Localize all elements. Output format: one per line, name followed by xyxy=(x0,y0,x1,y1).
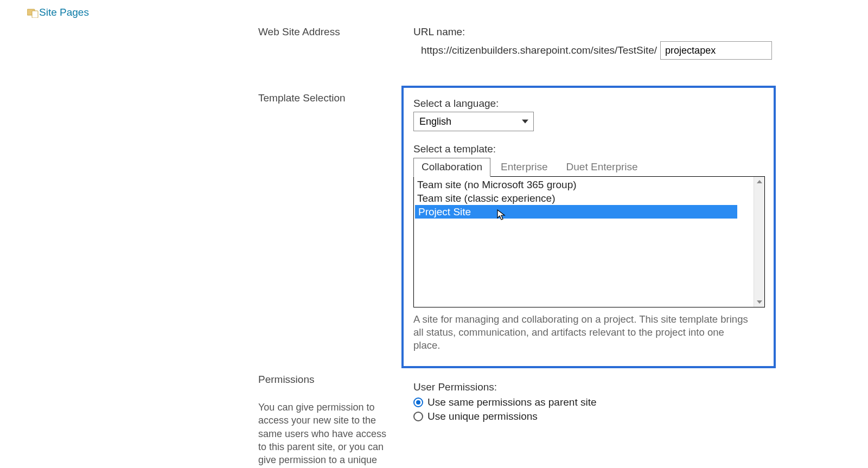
scrollbar[interactable] xyxy=(754,177,764,307)
tab-duet-enterprise[interactable]: Duet Enterprise xyxy=(558,158,646,177)
url-name-label: URL name: xyxy=(413,26,846,38)
url-prefix: https://citizenbuilders.sharepoint.com/s… xyxy=(413,44,657,56)
svg-rect-1 xyxy=(32,11,38,18)
scroll-up-icon[interactable] xyxy=(754,178,764,185)
select-template-label: Select a template: xyxy=(413,143,765,155)
radio-unique-permissions-label: Use unique permissions xyxy=(427,411,538,422)
nav-site-pages[interactable]: Site Pages xyxy=(27,7,89,18)
radio-unique-permissions[interactable]: Use unique permissions xyxy=(413,411,846,422)
user-permissions-label: User Permissions: xyxy=(413,381,846,393)
nav-site-pages-label: Site Pages xyxy=(39,7,89,18)
template-tabs: Collaboration Enterprise Duet Enterprise xyxy=(413,157,765,176)
section-template-selection: Template Selection Select a language: En… xyxy=(258,92,846,368)
section-permissions: Permissions You can give permission to a… xyxy=(258,374,846,468)
radio-icon[interactable] xyxy=(413,412,423,421)
scroll-down-icon[interactable] xyxy=(754,298,764,306)
language-select[interactable]: English xyxy=(413,112,534,131)
radio-icon[interactable] xyxy=(413,398,423,407)
web-site-address-heading: Web Site Address xyxy=(258,26,413,38)
section-web-site-address: Web Site Address URL name: https://citiz… xyxy=(258,26,846,60)
tab-enterprise[interactable]: Enterprise xyxy=(493,158,556,177)
template-description: A site for managing and collaborating on… xyxy=(413,313,750,352)
template-item-team-site-classic[interactable]: Team site (classic experience) xyxy=(414,191,746,205)
template-item-project-site[interactable]: Project Site xyxy=(415,205,737,219)
permissions-help-text: You can give permission to access your n… xyxy=(258,401,393,468)
select-language-label: Select a language: xyxy=(413,98,765,110)
radio-same-permissions-label: Use same permissions as parent site xyxy=(427,396,597,408)
template-listbox[interactable]: Team site (no Microsoft 365 group) Team … xyxy=(413,176,765,307)
template-selection-heading: Template Selection xyxy=(258,92,413,104)
permissions-heading: Permissions xyxy=(258,374,413,386)
folder-pages-icon xyxy=(27,8,38,17)
radio-same-permissions[interactable]: Use same permissions as parent site xyxy=(413,396,846,408)
template-item-team-site-no-group[interactable]: Team site (no Microsoft 365 group) xyxy=(414,178,746,191)
url-name-input[interactable] xyxy=(660,41,772,60)
tab-collaboration[interactable]: Collaboration xyxy=(413,158,490,177)
template-highlight-box: Select a language: English Select a temp… xyxy=(401,86,776,368)
